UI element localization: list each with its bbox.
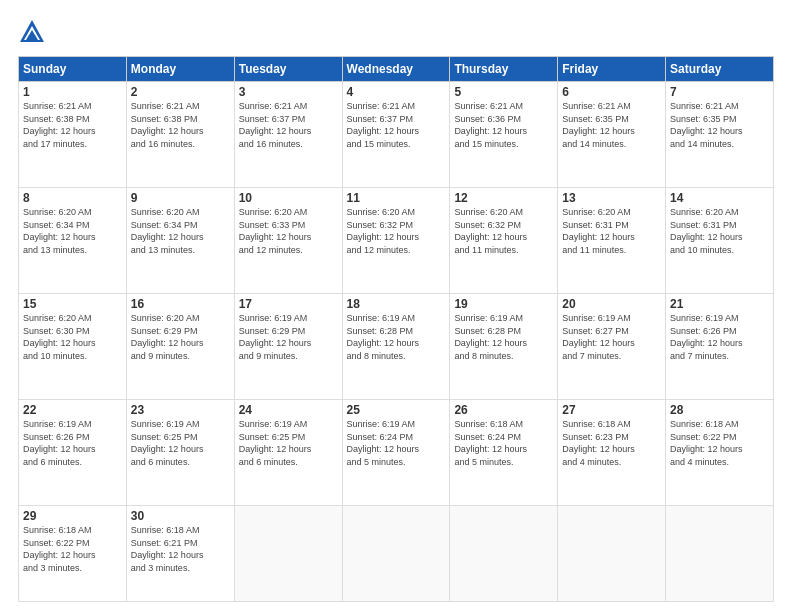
header-row: Sunday Monday Tuesday Wednesday Thursday… xyxy=(19,57,774,82)
day-number: 29 xyxy=(23,509,122,523)
day-number: 20 xyxy=(562,297,661,311)
day-info: Sunrise: 6:21 AM Sunset: 6:35 PM Dayligh… xyxy=(562,100,661,150)
day-cell-7: 7 Sunrise: 6:21 AM Sunset: 6:35 PM Dayli… xyxy=(666,82,774,188)
day-cell-null xyxy=(558,506,666,602)
week-row-4: 22 Sunrise: 6:19 AM Sunset: 6:26 PM Dayl… xyxy=(19,400,774,506)
col-monday: Monday xyxy=(126,57,234,82)
day-cell-8: 8 Sunrise: 6:20 AM Sunset: 6:34 PM Dayli… xyxy=(19,188,127,294)
day-number: 21 xyxy=(670,297,769,311)
day-cell-1: 1 Sunrise: 6:21 AM Sunset: 6:38 PM Dayli… xyxy=(19,82,127,188)
day-number: 26 xyxy=(454,403,553,417)
day-cell-22: 22 Sunrise: 6:19 AM Sunset: 6:26 PM Dayl… xyxy=(19,400,127,506)
day-cell-26: 26 Sunrise: 6:18 AM Sunset: 6:24 PM Dayl… xyxy=(450,400,558,506)
col-thursday: Thursday xyxy=(450,57,558,82)
day-info: Sunrise: 6:21 AM Sunset: 6:37 PM Dayligh… xyxy=(347,100,446,150)
day-info: Sunrise: 6:21 AM Sunset: 6:36 PM Dayligh… xyxy=(454,100,553,150)
day-info: Sunrise: 6:20 AM Sunset: 6:30 PM Dayligh… xyxy=(23,312,122,362)
day-number: 12 xyxy=(454,191,553,205)
day-number: 6 xyxy=(562,85,661,99)
day-number: 4 xyxy=(347,85,446,99)
day-info: Sunrise: 6:21 AM Sunset: 6:38 PM Dayligh… xyxy=(23,100,122,150)
day-cell-16: 16 Sunrise: 6:20 AM Sunset: 6:29 PM Dayl… xyxy=(126,294,234,400)
header xyxy=(18,18,774,46)
day-cell-25: 25 Sunrise: 6:19 AM Sunset: 6:24 PM Dayl… xyxy=(342,400,450,506)
day-number: 9 xyxy=(131,191,230,205)
day-number: 25 xyxy=(347,403,446,417)
day-info: Sunrise: 6:19 AM Sunset: 6:25 PM Dayligh… xyxy=(131,418,230,468)
day-cell-6: 6 Sunrise: 6:21 AM Sunset: 6:35 PM Dayli… xyxy=(558,82,666,188)
day-info: Sunrise: 6:20 AM Sunset: 6:31 PM Dayligh… xyxy=(670,206,769,256)
day-number: 22 xyxy=(23,403,122,417)
day-info: Sunrise: 6:20 AM Sunset: 6:32 PM Dayligh… xyxy=(347,206,446,256)
day-cell-9: 9 Sunrise: 6:20 AM Sunset: 6:34 PM Dayli… xyxy=(126,188,234,294)
day-number: 16 xyxy=(131,297,230,311)
day-info: Sunrise: 6:19 AM Sunset: 6:27 PM Dayligh… xyxy=(562,312,661,362)
col-tuesday: Tuesday xyxy=(234,57,342,82)
page-container: Sunday Monday Tuesday Wednesday Thursday… xyxy=(0,0,792,612)
day-number: 8 xyxy=(23,191,122,205)
day-info: Sunrise: 6:19 AM Sunset: 6:25 PM Dayligh… xyxy=(239,418,338,468)
day-info: Sunrise: 6:20 AM Sunset: 6:29 PM Dayligh… xyxy=(131,312,230,362)
day-cell-27: 27 Sunrise: 6:18 AM Sunset: 6:23 PM Dayl… xyxy=(558,400,666,506)
day-cell-20: 20 Sunrise: 6:19 AM Sunset: 6:27 PM Dayl… xyxy=(558,294,666,400)
day-info: Sunrise: 6:19 AM Sunset: 6:26 PM Dayligh… xyxy=(670,312,769,362)
day-cell-17: 17 Sunrise: 6:19 AM Sunset: 6:29 PM Dayl… xyxy=(234,294,342,400)
day-info: Sunrise: 6:19 AM Sunset: 6:28 PM Dayligh… xyxy=(454,312,553,362)
calendar-body: 1 Sunrise: 6:21 AM Sunset: 6:38 PM Dayli… xyxy=(19,82,774,602)
day-info: Sunrise: 6:20 AM Sunset: 6:33 PM Dayligh… xyxy=(239,206,338,256)
day-info: Sunrise: 6:20 AM Sunset: 6:31 PM Dayligh… xyxy=(562,206,661,256)
day-info: Sunrise: 6:20 AM Sunset: 6:34 PM Dayligh… xyxy=(131,206,230,256)
col-friday: Friday xyxy=(558,57,666,82)
day-number: 30 xyxy=(131,509,230,523)
day-number: 10 xyxy=(239,191,338,205)
day-number: 28 xyxy=(670,403,769,417)
day-info: Sunrise: 6:20 AM Sunset: 6:34 PM Dayligh… xyxy=(23,206,122,256)
day-cell-18: 18 Sunrise: 6:19 AM Sunset: 6:28 PM Dayl… xyxy=(342,294,450,400)
day-cell-null xyxy=(234,506,342,602)
day-number: 3 xyxy=(239,85,338,99)
calendar: Sunday Monday Tuesday Wednesday Thursday… xyxy=(18,56,774,602)
day-cell-14: 14 Sunrise: 6:20 AM Sunset: 6:31 PM Dayl… xyxy=(666,188,774,294)
day-number: 1 xyxy=(23,85,122,99)
day-info: Sunrise: 6:19 AM Sunset: 6:28 PM Dayligh… xyxy=(347,312,446,362)
logo xyxy=(18,18,50,46)
day-number: 15 xyxy=(23,297,122,311)
day-cell-11: 11 Sunrise: 6:20 AM Sunset: 6:32 PM Dayl… xyxy=(342,188,450,294)
day-cell-28: 28 Sunrise: 6:18 AM Sunset: 6:22 PM Dayl… xyxy=(666,400,774,506)
col-saturday: Saturday xyxy=(666,57,774,82)
day-info: Sunrise: 6:21 AM Sunset: 6:38 PM Dayligh… xyxy=(131,100,230,150)
day-info: Sunrise: 6:18 AM Sunset: 6:23 PM Dayligh… xyxy=(562,418,661,468)
day-number: 18 xyxy=(347,297,446,311)
day-number: 11 xyxy=(347,191,446,205)
day-cell-29: 29 Sunrise: 6:18 AM Sunset: 6:22 PM Dayl… xyxy=(19,506,127,602)
day-info: Sunrise: 6:21 AM Sunset: 6:37 PM Dayligh… xyxy=(239,100,338,150)
day-info: Sunrise: 6:19 AM Sunset: 6:26 PM Dayligh… xyxy=(23,418,122,468)
day-cell-null xyxy=(666,506,774,602)
day-number: 13 xyxy=(562,191,661,205)
day-number: 19 xyxy=(454,297,553,311)
day-cell-19: 19 Sunrise: 6:19 AM Sunset: 6:28 PM Dayl… xyxy=(450,294,558,400)
week-row-2: 8 Sunrise: 6:20 AM Sunset: 6:34 PM Dayli… xyxy=(19,188,774,294)
week-row-3: 15 Sunrise: 6:20 AM Sunset: 6:30 PM Dayl… xyxy=(19,294,774,400)
day-cell-2: 2 Sunrise: 6:21 AM Sunset: 6:38 PM Dayli… xyxy=(126,82,234,188)
day-cell-15: 15 Sunrise: 6:20 AM Sunset: 6:30 PM Dayl… xyxy=(19,294,127,400)
logo-icon xyxy=(18,18,46,46)
day-info: Sunrise: 6:18 AM Sunset: 6:21 PM Dayligh… xyxy=(131,524,230,574)
day-cell-10: 10 Sunrise: 6:20 AM Sunset: 6:33 PM Dayl… xyxy=(234,188,342,294)
day-info: Sunrise: 6:19 AM Sunset: 6:29 PM Dayligh… xyxy=(239,312,338,362)
day-number: 27 xyxy=(562,403,661,417)
day-info: Sunrise: 6:20 AM Sunset: 6:32 PM Dayligh… xyxy=(454,206,553,256)
day-cell-null xyxy=(342,506,450,602)
day-cell-3: 3 Sunrise: 6:21 AM Sunset: 6:37 PM Dayli… xyxy=(234,82,342,188)
week-row-5: 29 Sunrise: 6:18 AM Sunset: 6:22 PM Dayl… xyxy=(19,506,774,602)
day-info: Sunrise: 6:19 AM Sunset: 6:24 PM Dayligh… xyxy=(347,418,446,468)
col-wednesday: Wednesday xyxy=(342,57,450,82)
day-number: 17 xyxy=(239,297,338,311)
day-cell-5: 5 Sunrise: 6:21 AM Sunset: 6:36 PM Dayli… xyxy=(450,82,558,188)
day-cell-4: 4 Sunrise: 6:21 AM Sunset: 6:37 PM Dayli… xyxy=(342,82,450,188)
day-cell-null xyxy=(450,506,558,602)
day-cell-23: 23 Sunrise: 6:19 AM Sunset: 6:25 PM Dayl… xyxy=(126,400,234,506)
day-info: Sunrise: 6:18 AM Sunset: 6:22 PM Dayligh… xyxy=(23,524,122,574)
day-number: 7 xyxy=(670,85,769,99)
day-number: 5 xyxy=(454,85,553,99)
